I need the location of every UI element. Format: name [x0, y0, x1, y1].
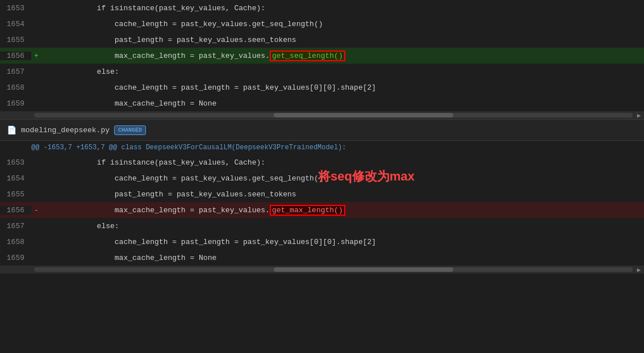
line-number: 1659 [0, 254, 31, 262]
line-content: cache_length = past_length = past_key_va… [41, 238, 644, 246]
line-number: 1653 [0, 4, 31, 12]
line-number: 1659 [0, 99, 31, 108]
bottom-scroll-thumb [274, 267, 453, 272]
bottom-panel: @@ -1653,7 +1653,7 @@ class DeepseekV3Fo… [0, 141, 644, 274]
line-content: cache_length = past_key_values.get_seq_l… [41, 20, 644, 28]
line-number: 1657 [0, 222, 31, 230]
code-line-1659: 1659 max_cache_length = None [0, 250, 644, 266]
line-marker: + [31, 52, 41, 60]
top-scrollbar[interactable]: ◀ ▶ [0, 111, 644, 119]
line-content: max_cache_length = past_key_values.get_m… [41, 206, 644, 215]
line-number: 1654 [0, 20, 31, 28]
code-line-1655: 1655 past_length = past_key_values.seen_… [0, 186, 644, 202]
code-line-1658: 1658 cache_length = past_length = past_k… [0, 234, 644, 250]
line-number: 1655 [0, 36, 31, 44]
file-header: 📄 modeling_deepseek.py CHANGED 将seq修改为ma… [0, 119, 644, 141]
scroll-right-arrow[interactable]: ▶ [634, 111, 644, 119]
highlighted-method: get_seq_length() [270, 51, 345, 61]
diff-header: @@ -1653,7 +1653,7 @@ class DeepseekV3Fo… [0, 141, 644, 154]
line-number: 1657 [0, 68, 31, 76]
bottom-scrollbar[interactable]: ◀ ▶ [0, 266, 644, 274]
code-line-1659: 1659 max_cache_length = None [0, 95, 644, 111]
line-content: cache_length = past_length = past_key_va… [41, 83, 644, 92]
code-line-1653: 1653 if isinstance(past_key_values, Cach… [0, 0, 644, 16]
line-content: past_length = past_key_values.seen_token… [41, 36, 644, 44]
line-content: if isinstance(past_key_values, Cache): [41, 4, 644, 12]
top-code-area: 1653 if isinstance(past_key_values, Cach… [0, 0, 644, 111]
line-content: else: [41, 222, 644, 230]
scroll-track[interactable] [34, 113, 633, 117]
code-line-1657: 1657 else: [0, 218, 644, 234]
top-code-lines: 1653 if isinstance(past_key_values, Cach… [0, 0, 644, 111]
scroll-thumb [274, 113, 453, 117]
line-number: 1654 [0, 174, 31, 183]
code-line-1656: 1656- max_cache_length = past_key_values… [0, 202, 644, 218]
file-icon: 📄 [7, 125, 16, 135]
line-number: 1658 [0, 83, 31, 92]
line-content: if isinstance(past_key_values, Cache): [41, 158, 644, 167]
changed-badge: CHANGED [114, 125, 146, 135]
code-line-1655: 1655 past_length = past_key_values.seen_… [0, 32, 644, 48]
line-number: 1655 [0, 190, 31, 199]
line-number: 1656 [0, 206, 31, 215]
line-content: max_cache_length = None [41, 99, 644, 108]
bottom-scroll-right-arrow[interactable]: ▶ [634, 266, 644, 274]
code-line-1658: 1658 cache_length = past_length = past_k… [0, 79, 644, 95]
line-content: max_cache_length = None [41, 254, 644, 262]
line-content: past_length = past_key_values.seen_token… [41, 190, 644, 199]
top-panel: 1653 if isinstance(past_key_values, Cach… [0, 0, 644, 119]
diff-header-text: @@ -1653,7 +1653,7 @@ class DeepseekV3Fo… [31, 144, 346, 152]
bottom-scroll-track[interactable] [34, 267, 633, 272]
code-line-1657: 1657 else: [0, 64, 644, 79]
line-number: 1656 [0, 52, 31, 60]
line-content: max_cache_length = past_key_values.get_s… [41, 52, 644, 60]
line-number: 1653 [0, 158, 31, 167]
highlighted-method: get_max_length() [270, 205, 345, 216]
code-line-1654: 1654 cache_length = past_key_values.get_… [0, 16, 644, 32]
line-content: else: [41, 68, 644, 76]
annotation-text: 将seq修改为max [318, 168, 415, 185]
line-marker: - [31, 206, 41, 215]
line-number: 1658 [0, 238, 31, 246]
file-name: modeling_deepseek.py [21, 126, 110, 135]
code-line-1656: 1656+ max_cache_length = past_key_values… [0, 48, 644, 64]
